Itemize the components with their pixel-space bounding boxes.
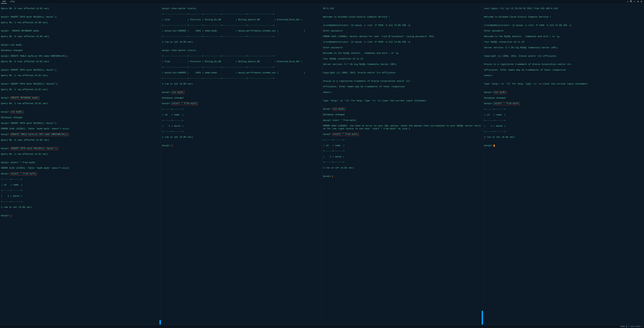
text: +------------------+----------+---------… [162,77,321,80]
text: Server version: 5.7.36-log MySQL Communi… [484,46,643,49]
text: mysql> show master status; [162,49,321,52]
text: Copyright (c) 2000, 2021, Oracle and/or … [323,71,482,74]
text: mysql> select * from mytb; [484,102,643,105]
text: Database changed [323,113,482,116]
text: +------------------+----------+---------… [162,24,321,27]
text: mysql> use mydb; [162,91,321,94]
text: Server version: 5.7.36-log MySQL Communi… [323,63,482,66]
text: +------------------+----------+---------… [162,13,321,16]
highlighted-command: INSERT INTO mytb VALUES(1,'mycat'); [10,147,58,150]
highlighted-command: select * from mytb; [172,102,198,105]
pane-2[interactable]: mysql> show master status; +------------… [161,4,322,325]
text: 1 row in set (0.01 sec) [323,167,482,169]
highlighted-command: use mydb; [10,111,24,113]
status-bar: CSDN @ | Jack_Chen | [0,325,644,328]
text: +------+-------+ [323,138,482,141]
text: mysql> CREATE DATABASE mydb; [1,96,160,99]
split-vertical-icon[interactable]: ⊟ [640,1,643,3]
pane-1[interactable]: Query OK, 0 rows affected (0.01 sec) mys… [0,4,161,325]
text: ERROR 1146 (42S02): Table 'mydb.mydb' do… [1,167,160,170]
highlighted-command: use mydb; [332,108,346,111]
text: mysql> slect * from mytb; [323,119,482,122]
scrollbar[interactable] [482,311,483,324]
text: 69.6.118 [323,7,482,10]
text: Query OK, 1 row affected (0.01 sec) [1,74,160,77]
text: Query OK, 1 row affected (0.01 sec) [1,88,160,91]
text: Query OK, 0 rows affected (0.00 sec) [1,35,160,38]
text: +------+-------+ [323,161,482,164]
text: Query OK, 0 rows affected (0.01 sec) [1,7,160,10]
scrollbar[interactable] [160,320,161,324]
split-horizontal-icon[interactable]: ⊞ [637,1,639,3]
text: +------+-------+ [484,108,643,111]
text: | id | name | [1,184,160,186]
text: Database changed [1,116,160,119]
prompt[interactable]: mysql> [1,214,160,217]
text: Welcome to the MySQL monitor. Commands e… [484,35,643,38]
text: +------+-------+ [484,119,643,122]
text: +------+-------+ [323,150,482,152]
text: | 1 | mycat | [484,125,643,127]
text: Copyright (c) 2000, 2021, Oracle and/or … [484,55,643,58]
text: Database changed [484,97,643,99]
highlighted-command: select * from mytb; [332,133,359,136]
text: [root@administrator ~]# mysql -u root -P… [323,24,482,27]
text: Welcome to Alibaba Cloud Elastic Compute… [323,16,482,18]
text: [root@administrator ~]# mysql -u root -P… [323,41,482,44]
text: [root@administrator ~]# mysql -u root -P… [484,24,643,27]
text: Welcome to the MySQL monitor. Commands e… [323,52,482,55]
text: Last login: Fri Jul 15 23:59:16 2022 fro… [484,7,643,10]
text: | File | Position | Binlog_Do_DB | Binlo… [162,60,321,63]
text: | id | name | [162,113,321,116]
text: Your MySQL connection id is 12 [323,58,482,60]
terminal-panes: Query OK, 0 rows affected (0.01 sec) mys… [0,4,644,325]
text: +------+-------+ [162,108,321,111]
text: 1 row in set (0.00 sec) [162,41,321,44]
text: +------+-------+ [1,178,160,181]
divider: | [642,325,643,328]
prompt[interactable]: mysql> [484,144,643,147]
text: Database changed [1,49,160,52]
highlighted-command: select * from mytb; [10,173,37,175]
text: Query OK, 1 row affected (0.00 sec) [1,21,160,24]
text: 1 row in set (0.00 sec) [1,206,160,209]
cursor-icon [494,144,495,147]
tab-ssh[interactable]: ssh [1,0,7,4]
text: 1 row in set (0.00 sec) [484,136,643,138]
text: mysql> CREATE TABLE mytb(id INT,name VAR… [1,55,160,58]
text: Oracle is a registered trademark of Orac… [484,63,643,66]
text: +------------------+----------+---------… [162,35,321,38]
text: mysql> INSERT INTO mytb VALUES(1,'mycat'… [1,147,160,150]
cursor-icon [172,144,173,147]
text: mysql> INSERT INTO mytb VALUES(1,'mycat'… [1,69,160,71]
text: +------+-------+ [162,130,321,133]
watermark-csdn: CSDN @ [620,325,627,328]
highlighted-command: use mydb; [172,91,184,94]
text: ERROR 1045 (28000): Access denied for us… [323,35,482,38]
text: Query OK, 0 rows affected (0.02 sec) [1,60,160,63]
prompt[interactable]: mysql> [323,175,482,178]
text: affiliates. Other names may be trademark… [323,85,482,88]
text: Enter password: [323,30,482,32]
expand-icon[interactable]: ⤢ [626,1,629,3]
search-icon[interactable]: 🔍 [630,1,632,3]
text: Query OK, 1 row affected (0.01 sec) [1,153,160,155]
text: Database changed [162,97,321,99]
close-icon[interactable]: ✕ [633,1,636,3]
text: Type 'help;' or '\h' for help. Type '\c'… [323,99,482,102]
tab-sftp[interactable]: sftp [9,0,16,4]
text: | 1 | mycat | [162,125,321,127]
text: mysql> use mydb; [1,44,160,46]
text: Query OK, 1 row affected (0.01 sec) [1,102,160,105]
text: | id | name | [484,113,643,116]
pane-3[interactable]: 69.6.118 Welcome to Alibaba Cloud Elasti… [322,4,483,325]
prompt[interactable]: mysql> [162,144,321,147]
cursor-icon [332,175,333,178]
pane-4[interactable]: Last login: Fri Jul 15 23:59:16 2022 fro… [483,4,644,325]
text: +------+-------+ [162,119,321,122]
text: | id | name | [323,144,482,147]
text: +------+-------+ [484,130,643,133]
text: 1 row in set (0.00 sec) [162,83,321,85]
text: mysql> use mydb; [1,111,160,113]
highlighted-command: use mydb; [494,91,506,94]
